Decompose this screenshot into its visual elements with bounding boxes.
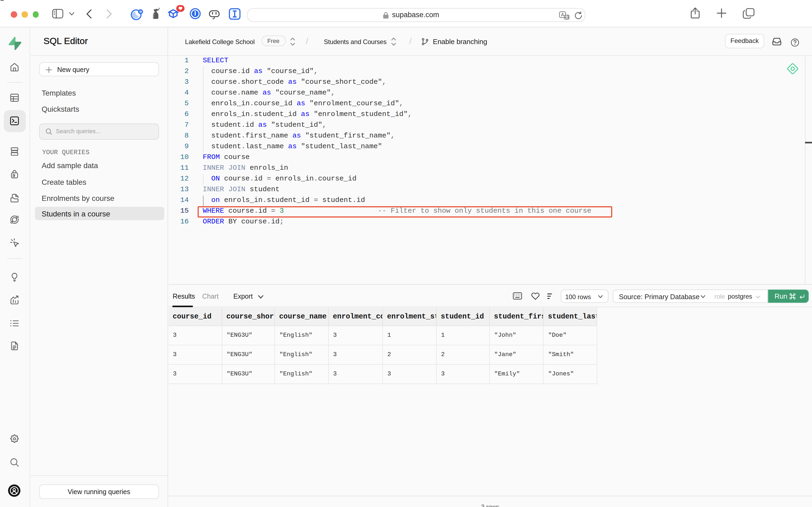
svg-text:文: 文 [565,14,569,19]
svg-text:A: A [561,12,565,17]
